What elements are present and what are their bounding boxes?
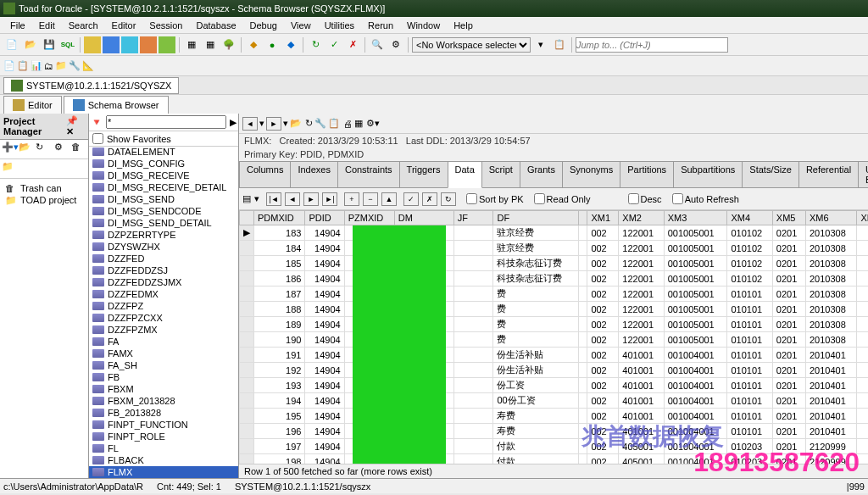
table-item[interactable]: FLBACK [89,454,238,466]
tb-new-icon[interactable]: 📄 [3,36,20,53]
project-tree[interactable]: 🗑 Trash can 📁 TOAD project [0,179,88,478]
tb-ed1-icon[interactable] [84,36,101,53]
detail-tab-data[interactable]: Data [448,161,482,188]
table-item[interactable]: FLMX [89,466,238,478]
table-item[interactable]: FINPT_FUNCTION [89,419,238,431]
col-header[interactable]: DF [493,211,578,225]
tb-ws1-icon[interactable]: ▾ [532,36,549,53]
show-favorites-checkbox[interactable] [92,133,103,144]
table-row[interactable]: 192149040份生活补贴00240100100100400101010102… [240,363,869,378]
table-item[interactable]: FBXM_2013828 [89,395,238,407]
table-row[interactable]: 189149040费002122001001005001010101020120… [240,317,869,332]
table-item[interactable]: DI_MSG_RECEIVE [89,170,238,181]
data-grid[interactable]: PDMXIDPDIDPZMXIDDMJFDFXM1XM2XM3XM4XM5XM6… [239,210,868,464]
tb-ed5-icon[interactable] [159,36,175,53]
rt-open-icon[interactable]: 📂 [290,118,302,129]
table-item[interactable]: FINPT_ROLE [89,431,238,442]
menu-file[interactable]: File [3,19,32,32]
menu-utilities[interactable]: Utilities [318,19,361,32]
tb-sql-icon[interactable]: SQL [59,36,76,53]
detail-tab-referential[interactable]: Referential [798,161,859,187]
detail-tab-indexes[interactable]: Indexes [290,161,338,187]
rt-2-icon[interactable]: 📋 [328,118,340,129]
tb-commit-icon[interactable]: ✓ [326,36,342,53]
table-row[interactable]: ▶183149040驻京经费00212200100100500101010202… [240,225,869,241]
tb-open-icon[interactable]: 📂 [22,36,39,53]
dt-ok-icon[interactable]: ✓ [403,192,419,206]
menu-edit[interactable]: Edit [32,19,62,32]
pj-ref-icon[interactable]: ↻ [36,142,51,157]
dt-view-icon[interactable]: ▤ [242,193,251,204]
tb-ed4-icon[interactable] [140,36,157,53]
table-item[interactable]: DZZFPZCXX [89,312,238,324]
nav-back-icon[interactable]: ◄ [242,117,258,131]
connection-tab[interactable]: SYSTEM@10.2.1.1:1521/SQYSZX [3,77,179,94]
tab-editor[interactable]: Editor [3,96,62,114]
tb2-5-icon[interactable]: 📁 [55,60,67,71]
detail-tab-triggers[interactable]: Triggers [399,161,448,187]
tb2-6-icon[interactable]: 🔧 [69,60,81,71]
auto-refresh-checkbox[interactable] [672,193,683,204]
detail-tab-synonyms[interactable]: Synonyms [562,161,620,187]
dt-first-icon[interactable]: |◄ [266,192,281,206]
detail-tab-columns[interactable]: Columns [239,161,291,187]
tree-toad-project[interactable]: 📁 TOAD project [3,194,85,206]
col-header[interactable]: PDID [305,211,344,225]
table-row[interactable]: 193149040份工资0024010010010040010101010201… [240,378,869,393]
col-header[interactable]: XM6 [805,211,857,225]
tb2-1-icon[interactable]: 📄 [3,60,15,71]
col-header[interactable]: XM4 [727,211,772,225]
pin-icon[interactable]: 📌 [66,115,78,125]
dt-last-icon[interactable]: ►| [322,192,337,206]
dt-cancel-icon[interactable]: ✗ [422,192,437,206]
dt-del-icon[interactable]: − [363,192,378,206]
table-row[interactable]: 186149040科技杂志征订费002122001001005001010102… [240,271,869,286]
menu-window[interactable]: Window [400,19,447,32]
menu-debug[interactable]: Debug [243,19,284,32]
detail-tab-subpartitions[interactable]: Subpartitions [673,161,743,187]
tb-refresh-icon[interactable]: ↻ [307,36,324,53]
dt-add-icon[interactable]: + [344,192,359,206]
table-row[interactable]: 187149040费002122001001005001010101020120… [240,286,869,302]
desc-checkbox[interactable] [628,193,639,204]
table-row[interactable]: 185149040科技杂志征订费002122001001005001010102… [240,256,869,271]
table-item[interactable]: DI_MSG_SEND [89,193,238,205]
col-header[interactable]: XM7 [857,211,868,225]
menu-database[interactable]: Database [189,19,242,32]
tb-c2-icon[interactable]: ● [264,36,281,53]
pj-folder-icon[interactable]: 📁 [2,161,17,176]
table-item[interactable]: FB_2013828 [89,407,238,419]
table-row[interactable]: 19414904000份工资00240100100100400101010102… [240,393,869,409]
tb2-7-icon[interactable]: 📐 [82,60,94,71]
col-header[interactable]: XM1 [587,211,619,225]
table-item[interactable]: DI_MSG_RECEIVE_DETAIL [89,181,238,193]
table-item[interactable]: DZZFEDDZSJ [89,264,238,276]
dt-edit-icon[interactable]: ▲ [381,192,397,206]
table-item[interactable]: DI_MSG_CONFIG [89,158,238,170]
rt-grid-icon[interactable]: ▦ [354,118,363,129]
table-list[interactable]: CS383CS385CS388DATAELEMENTDI_MSG_CONFIGD… [89,147,238,478]
tb2-4-icon[interactable]: 🗂 [44,61,53,71]
detail-tab-usedby[interactable]: Used By [858,161,868,187]
col-header[interactable]: JF [453,211,493,225]
table-item[interactable]: FA_SH [89,359,238,371]
nav-fwd-icon[interactable]: ► [266,117,281,131]
table-item[interactable]: DZZFED [89,253,238,264]
filter-go-icon[interactable]: ▶ [230,117,236,128]
menu-session[interactable]: Session [142,19,189,32]
tb-grid1-icon[interactable]: ▦ [183,36,200,53]
sort-by-pk-checkbox[interactable] [466,193,477,204]
menu-help[interactable]: Help [447,19,480,32]
table-row[interactable]: 191149040份生活补贴00240100100100400101010102… [240,348,869,363]
table-item[interactable]: DZZFPZ [89,300,238,312]
table-item[interactable]: DZPZERRTYPE [89,229,238,241]
pj-add-icon[interactable]: ➕▾ [2,142,17,157]
table-row[interactable]: 196149040寿费00240100100100400101010102012… [240,424,869,439]
rt-ref-icon[interactable]: ↻ [305,118,313,129]
filter-icon[interactable]: 🔻 [91,117,103,128]
table-item[interactable]: DZYSWZHX [89,241,238,253]
tb-c3-icon[interactable]: ◆ [282,36,299,53]
menu-view[interactable]: View [284,19,318,32]
table-row[interactable]: 188149040费002122001001005001010101020120… [240,302,869,317]
menu-rerun[interactable]: Rerun [361,19,400,32]
